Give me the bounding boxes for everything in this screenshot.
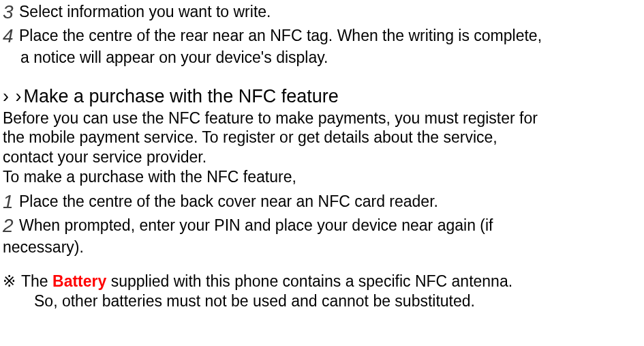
note-body: The Battery supplied with this phone con…: [21, 272, 640, 291]
step-number: 4: [3, 24, 16, 48]
section-heading: › ›Make a purchase with the NFC feature: [3, 85, 640, 109]
intro-line-1: Before you can use the NFC feature to ma…: [3, 109, 640, 128]
reference-mark-icon: ※: [3, 272, 21, 291]
heading-text: Make a purchase with the NFC feature: [23, 86, 338, 106]
step-text: Place the centre of the rear near an NFC…: [16, 24, 542, 46]
step-text: Place the centre of the back cover near …: [16, 190, 438, 212]
intro-line-4: To make a purchase with the NFC feature,: [3, 167, 640, 187]
note-battery-word: Battery: [52, 272, 106, 290]
battery-note-line-2: So, other batteries must not be used and…: [3, 291, 640, 311]
battery-note: ※ The Battery supplied with this phone c…: [3, 272, 640, 291]
step-text: Select information you want to write.: [16, 0, 271, 22]
step-number: 2: [3, 214, 16, 237]
note-post: supplied with this phone contains a spec…: [106, 272, 512, 290]
step-text: When prompted, enter your PIN and place …: [16, 214, 493, 235]
step-number: 1: [3, 190, 16, 214]
step-number: 3: [3, 0, 16, 24]
intro-line-2: the mobile payment service. To register …: [3, 128, 640, 147]
step-4: 4 Place the centre of the rear near an N…: [3, 24, 640, 48]
document-page: 3 Select information you want to write. …: [0, 0, 644, 311]
note-pre: The: [21, 272, 52, 290]
step-3: 3 Select information you want to write.: [3, 0, 640, 24]
intro-line-3: contact your service provider.: [3, 147, 640, 167]
purchase-step-1: 1 Place the centre of the back cover nea…: [3, 190, 640, 214]
purchase-step-2: 2 When prompted, enter your PIN and plac…: [3, 214, 640, 237]
step-4-continuation: a notice will appear on your device's di…: [3, 48, 640, 68]
heading-arrows-icon: › ›: [3, 86, 23, 106]
purchase-step-2-continuation: necessary).: [3, 237, 640, 257]
